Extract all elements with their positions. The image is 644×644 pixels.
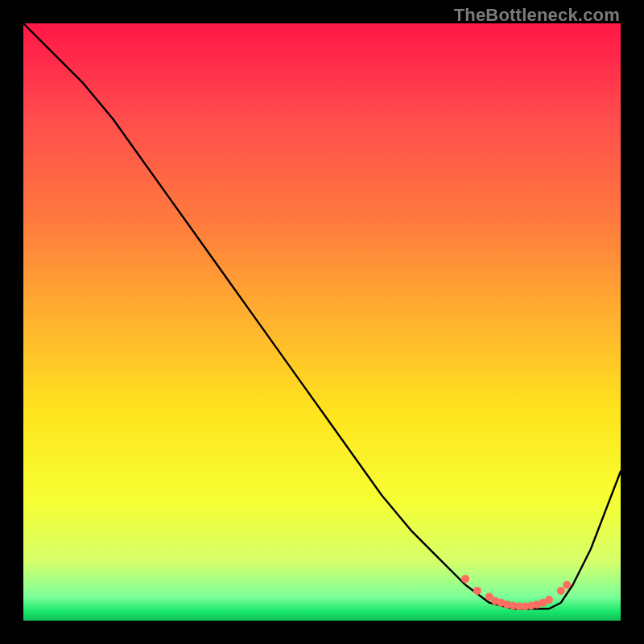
chart-svg xyxy=(23,23,621,621)
marker-point xyxy=(545,596,553,604)
marker-point xyxy=(461,575,469,583)
plot-area xyxy=(23,23,621,621)
marker-point xyxy=(473,587,481,595)
marker-point xyxy=(563,581,571,589)
marker-point xyxy=(557,587,565,595)
bottleneck-curve xyxy=(23,23,621,609)
chart-frame: TheBottleneck.com xyxy=(0,0,644,644)
